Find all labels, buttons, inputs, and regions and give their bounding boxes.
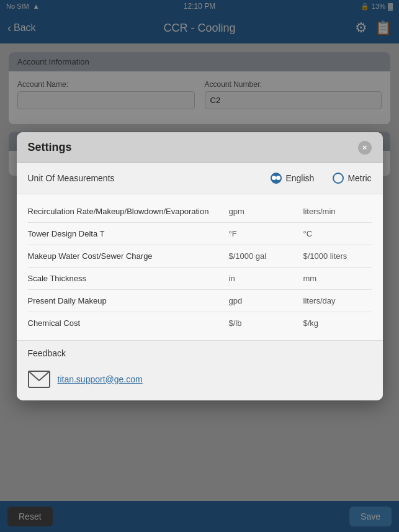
feedback-email-row: titan.support@ge.com [28, 366, 372, 393]
row-label-0: Recirculation Rate/Makeup/Blowdown/Evapo… [28, 207, 229, 216]
email-icon [28, 371, 50, 388]
row-label-4: Present Daily Makeup [28, 296, 229, 305]
uom-label: Unit Of Measurements [28, 173, 271, 183]
table-row: Chemical Cost $/lb $/kg [28, 312, 372, 334]
row-english-4: gpd [229, 296, 303, 305]
modal-overlay: Settings × Unit Of Measurements English [0, 0, 399, 532]
settings-modal: Settings × Unit Of Measurements English [17, 132, 383, 400]
row-label-2: Makeup Water Cost/Sewer Charge [28, 251, 229, 261]
close-icon: × [362, 143, 367, 152]
row-metric-2: $/1000 liters [303, 251, 372, 261]
uom-metric-label: Metric [347, 173, 371, 183]
row-metric-1: °C [303, 229, 372, 238]
uom-english-radio[interactable] [271, 173, 282, 184]
row-metric-0: liters/min [303, 207, 372, 216]
row-english-1: °F [229, 229, 303, 238]
row-english-5: $/lb [229, 318, 303, 328]
row-label-3: Scale Thickness [28, 274, 229, 283]
radio-inner-dot [272, 176, 276, 180]
uom-metric-option[interactable]: Metric [333, 173, 371, 184]
feedback-section: Feedback titan.support@ge.com [17, 340, 383, 400]
uom-english-option[interactable]: English [271, 173, 314, 184]
row-english-2: $/1000 gal [229, 251, 303, 261]
table-row: Present Daily Makeup gpd liters/day [28, 290, 372, 312]
modal-close-button[interactable]: × [358, 141, 372, 155]
modal-title-bar: Settings × [17, 132, 383, 163]
uom-english-label: English [285, 173, 314, 183]
feedback-label: Feedback [28, 348, 372, 358]
table-row: Recirculation Rate/Makeup/Blowdown/Evapo… [28, 201, 372, 223]
uom-metric-radio[interactable] [333, 173, 344, 184]
row-metric-4: liters/day [303, 296, 372, 305]
row-label-5: Chemical Cost [28, 318, 229, 328]
row-metric-3: mm [303, 274, 372, 283]
modal-title: Settings [28, 141, 72, 154]
uom-options: English Metric [271, 173, 371, 184]
table-section: Recirculation Rate/Makeup/Blowdown/Evapo… [17, 194, 383, 340]
row-english-0: gpm [229, 207, 303, 216]
row-metric-5: $/kg [303, 318, 372, 328]
email-link[interactable]: titan.support@ge.com [58, 374, 143, 384]
table-row: Makeup Water Cost/Sewer Charge $/1000 ga… [28, 245, 372, 268]
table-row: Scale Thickness in mm [28, 268, 372, 290]
row-label-1: Tower Design Delta T [28, 229, 229, 238]
row-english-3: in [229, 274, 303, 283]
uom-section: Unit Of Measurements English Metric [17, 163, 383, 194]
table-row: Tower Design Delta T °F °C [28, 223, 372, 245]
modal-body: Unit Of Measurements English Metric [17, 163, 383, 400]
